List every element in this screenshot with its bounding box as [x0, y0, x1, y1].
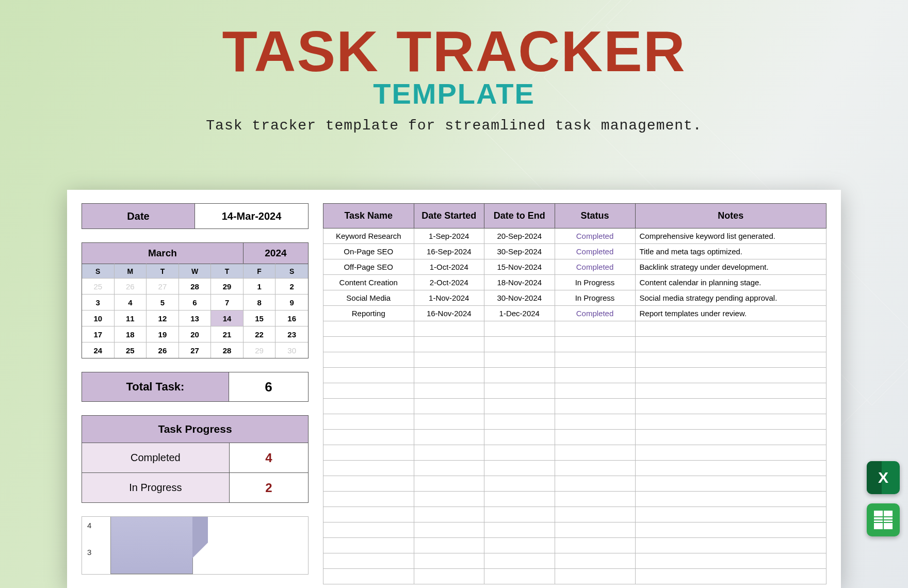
calendar-day: 26 — [115, 278, 147, 294]
table-header: Notes — [635, 204, 826, 228]
calendar-dow: S — [82, 264, 115, 278]
cell-date-end: 30-Sep-2024 — [484, 244, 555, 259]
table-row-empty — [323, 553, 826, 569]
calendar-day: 17 — [82, 326, 115, 342]
chart-bar — [110, 516, 193, 574]
progress-value: 2 — [229, 473, 308, 502]
table-header: Date Started — [414, 204, 484, 228]
chart-y-tick: 3 — [87, 548, 100, 575]
table-row-empty — [323, 461, 826, 476]
calendar-day: 12 — [147, 310, 179, 326]
calendar-dow: T — [211, 264, 244, 278]
calendar-day: 25 — [82, 278, 115, 294]
calendar-day: 9 — [275, 294, 308, 310]
table-row: Off-Page SEO1-Oct-202415-Nov-2024Complet… — [323, 259, 826, 275]
table-row-empty — [323, 430, 826, 445]
cell-task-name: Keyword Research — [323, 228, 414, 244]
table-row-empty — [323, 445, 826, 461]
calendar-day: 18 — [115, 326, 147, 342]
cell-status: Completed — [555, 244, 635, 259]
progress-chart: 43 — [82, 516, 309, 575]
cell-date-end: 15-Nov-2024 — [484, 259, 555, 275]
table-header: Task Name — [323, 204, 414, 228]
cell-date-started: 1-Sep-2024 — [414, 228, 484, 244]
table-row-empty — [323, 414, 826, 430]
calendar-dow-row: SMTWTFS — [82, 264, 308, 278]
calendar-day: 27 — [179, 342, 212, 358]
progress-row: Completed4 — [82, 443, 308, 472]
calendar-day: 8 — [244, 294, 276, 310]
calendar-day: 23 — [275, 326, 308, 342]
cell-date-started: 16-Sep-2024 — [414, 244, 484, 259]
calendar-day: 26 — [147, 342, 179, 358]
calendar-day: 6 — [179, 294, 212, 310]
table-row: Reporting16-Nov-20241-Dec-2024CompletedR… — [323, 306, 826, 321]
cell-notes: Content calendar in planning stage. — [635, 275, 826, 290]
cell-status: Completed — [555, 228, 635, 244]
cell-status: In Progress — [555, 275, 635, 290]
table-row: On-Page SEO16-Sep-202430-Sep-2024Complet… — [323, 244, 826, 259]
calendar-day: 1 — [244, 278, 276, 294]
total-task-block: Total Task: 6 — [82, 372, 309, 402]
cell-date-started: 2-Oct-2024 — [414, 275, 484, 290]
cell-notes: Backlink strategy under development. — [635, 259, 826, 275]
table-row-empty — [323, 476, 826, 492]
calendar-days: 2526272829123456789101112131415161718192… — [82, 278, 308, 358]
calendar-day: 21 — [211, 326, 244, 342]
calendar-day: 4 — [115, 294, 147, 310]
calendar-day: 28 — [179, 278, 212, 294]
cell-notes: Social media strategy pending approval. — [635, 290, 826, 306]
date-label: Date — [82, 203, 195, 229]
calendar-day: 28 — [211, 342, 244, 358]
google-sheets-icon[interactable] — [867, 503, 900, 536]
calendar-day: 5 — [147, 294, 179, 310]
table-row-empty — [323, 321, 826, 337]
format-icons — [867, 461, 900, 536]
calendar-day: 7 — [211, 294, 244, 310]
cell-task-name: Off-Page SEO — [323, 259, 414, 275]
progress-row: In Progress2 — [82, 472, 308, 502]
table-row-empty — [323, 352, 826, 368]
calendar-day: 3 — [82, 294, 115, 310]
cell-status: In Progress — [555, 290, 635, 306]
cell-date-started: 16-Nov-2024 — [414, 306, 484, 321]
task-progress-title: Task Progress — [82, 416, 308, 443]
table-row: Keyword Research1-Sep-202420-Sep-2024Com… — [323, 228, 826, 244]
total-task-value: 6 — [229, 372, 309, 402]
calendar-day: 19 — [147, 326, 179, 342]
page-description: Task tracker template for streamlined ta… — [0, 118, 908, 134]
calendar-day: 22 — [244, 326, 276, 342]
calendar-dow: S — [275, 264, 308, 278]
date-block: Date 14-Mar-2024 — [82, 203, 309, 229]
table-row: Social Media1-Nov-202430-Nov-2024In Prog… — [323, 290, 826, 306]
table-row-empty — [323, 522, 826, 538]
cell-status: Completed — [555, 306, 635, 321]
cell-task-name: Reporting — [323, 306, 414, 321]
cell-notes: Comprehensive keyword list generated. — [635, 228, 826, 244]
task-progress-block: Task Progress Completed4In Progress2 — [82, 415, 309, 503]
calendar-day: 16 — [275, 310, 308, 326]
table-header: Status — [555, 204, 635, 228]
cell-task-name: Social Media — [323, 290, 414, 306]
calendar-day: 20 — [179, 326, 212, 342]
cell-status: Completed — [555, 259, 635, 275]
total-task-label: Total Task: — [82, 372, 229, 402]
table-row-empty — [323, 538, 826, 553]
cell-notes: Report templates under review. — [635, 306, 826, 321]
table-row-empty — [323, 507, 826, 522]
calendar-day: 14 — [211, 310, 244, 326]
calendar-day: 11 — [115, 310, 147, 326]
calendar-day: 30 — [275, 342, 308, 358]
calendar-month: March — [82, 243, 244, 264]
calendar-day: 27 — [147, 278, 179, 294]
calendar: March 2024 SMTWTFS 252627282912345678910… — [82, 242, 309, 358]
calendar-day: 15 — [244, 310, 276, 326]
table-row-empty — [323, 368, 826, 383]
excel-icon[interactable] — [867, 461, 900, 494]
progress-value: 4 — [229, 443, 308, 472]
page-title: TASK TRACKER — [0, 27, 908, 76]
cell-notes: Title and meta tags optimized. — [635, 244, 826, 259]
spreadsheet-preview: Date 14-Mar-2024 March 2024 SMTWTFS 2526… — [67, 190, 841, 588]
cell-date-started: 1-Nov-2024 — [414, 290, 484, 306]
calendar-dow: W — [179, 264, 212, 278]
